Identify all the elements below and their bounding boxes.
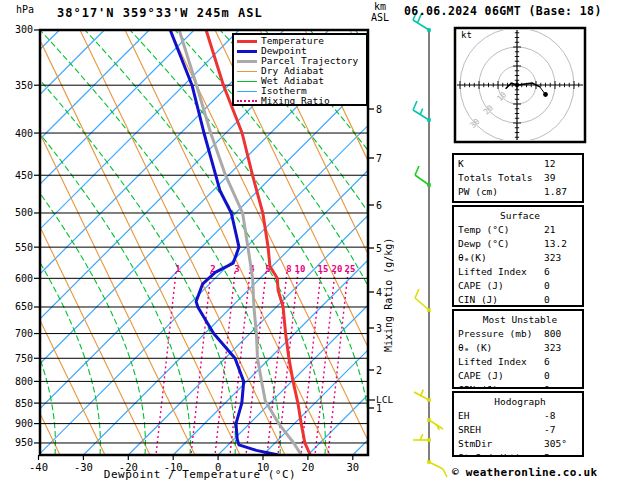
- temperature-tick-label: -40: [29, 461, 48, 473]
- wind-barb: [413, 101, 431, 122]
- panel-row-dewp-c-: Dewp (°C)13.2: [458, 237, 582, 251]
- panel-row-value: 5: [544, 451, 550, 457]
- legend-swatch-icon: [237, 81, 257, 82]
- panel-row-value: 6: [544, 265, 550, 279]
- legend-item-mixing-ratio: Mixing Ratio: [237, 96, 366, 106]
- wind-barb: [427, 460, 447, 477]
- panel-box-most-unstable: Most UnstablePressure (mb)800θₑ (K)323Li…: [452, 309, 584, 389]
- hodograph-end-dot: [543, 92, 548, 97]
- legend-swatch-icon: [237, 40, 257, 43]
- panel-row-value: 305°: [544, 437, 567, 451]
- wind-barb-half-prong: [420, 109, 423, 115]
- legend-item-label: Mixing Ratio: [261, 96, 330, 106]
- legend-swatch-icon: [237, 50, 257, 53]
- panel-row-k: K12: [458, 157, 582, 171]
- legend-swatch-icon: [237, 91, 257, 92]
- wind-barb-full-prong: [413, 101, 417, 110]
- panel-row-label: Temp (°C): [458, 224, 509, 235]
- panel-row-value: 0: [544, 293, 550, 307]
- wind-barb-shaft: [429, 420, 443, 429]
- mixing-ratio-line: [215, 272, 235, 455]
- datetime-title: 06.06.2024 06GMT (Base: 18): [404, 4, 602, 18]
- wind-barb: [414, 390, 431, 402]
- pressure-tick-label: 400: [15, 128, 33, 139]
- panel-box-hodograph: HodographEH-8SREH-7StmDir305°StmSpd (kt)…: [452, 391, 584, 457]
- panel-row-label: CIN (J): [458, 384, 498, 389]
- pressure-tick-label: 450: [15, 170, 33, 181]
- panel-row-label: CAPE (J): [458, 370, 504, 381]
- panel-row-pw-cm-: PW (cm)1.87: [458, 185, 582, 199]
- hodograph-origin-marker: [515, 83, 519, 87]
- altitude-tick-label: 2: [376, 365, 382, 376]
- panel-row-value: 13.2: [544, 237, 567, 251]
- panel-section-title: Most Unstable: [458, 313, 582, 327]
- panel-row--k-: θₑ(K)323: [458, 251, 582, 265]
- pressure-tick-label: 950: [15, 437, 33, 448]
- panel-row-label: SREH: [458, 424, 481, 435]
- mixing-ratio-value-label: 3: [234, 264, 239, 274]
- panel-row-eh: EH-8: [458, 409, 582, 423]
- panel-row-cin-j-: CIN (J)0: [458, 383, 582, 389]
- wind-barb-shaft: [413, 20, 429, 30]
- panel-row-temp-c-: Temp (°C)21: [458, 223, 582, 237]
- panel-row-value: 39: [544, 171, 555, 185]
- panel-row-label: K: [458, 158, 464, 169]
- panel-row-cape-j-: CAPE (J)0: [458, 369, 582, 383]
- wind-barb-half-prong: [421, 390, 424, 396]
- panel-row-value: -8: [544, 409, 555, 423]
- panel-row-value: 0: [544, 369, 550, 383]
- panel-row-stmdir: StmDir305°: [458, 437, 582, 451]
- wind-barb-half-prong: [420, 434, 423, 440]
- panel-row-cin-j-: CIN (J)0: [458, 293, 582, 307]
- mixing-ratio-value-label: 10: [295, 264, 306, 274]
- panel-row-pressure-mb-: Pressure (mb)800: [458, 327, 582, 341]
- skewt-sounding-page: 3003504004505005506006507007508008509009…: [0, 0, 629, 486]
- altitude-tick-label: 6: [376, 200, 382, 211]
- pressure-tick-label: 600: [15, 273, 33, 284]
- legend-swatch-icon: [237, 60, 257, 63]
- wind-barb-full-prong: [415, 289, 419, 298]
- temperature-axis-label: Dewpoint / Temperature (°C): [60, 468, 340, 481]
- panel-row-label: θₑ (K): [458, 342, 492, 353]
- panel-row-label: Lifted Index: [458, 266, 527, 277]
- pressure-axis-unit: hPa: [16, 4, 34, 15]
- wind-barb: [415, 289, 431, 312]
- panel-row-label: CIN (J): [458, 294, 498, 305]
- altitude-tick-label: 5: [376, 243, 382, 254]
- panel-row-value: 0: [544, 383, 550, 389]
- lcl-marker-label: LCL: [376, 394, 393, 405]
- panel-row-totals-totals: Totals Totals39: [458, 171, 582, 185]
- pressure-tick-label: 700: [15, 328, 33, 339]
- legend-swatch-icon: [237, 71, 257, 72]
- panel-box-surface: SurfaceTemp (°C)21Dewp (°C)13.2θₑ(K)323L…: [452, 205, 584, 307]
- panel-row-value: 800: [544, 327, 561, 341]
- wind-barb: [415, 166, 431, 187]
- panel-row-value: 323: [544, 251, 561, 265]
- panel-row-label: CAPE (J): [458, 280, 504, 291]
- panel-row-value: -7: [544, 423, 555, 437]
- panel-row-value: 12: [544, 157, 555, 171]
- wind-barb-shaft: [415, 298, 429, 310]
- dry-adiabat-line: [35, 30, 240, 455]
- mixing-ratio-value-label: 8: [286, 264, 291, 274]
- panel-row-label: Totals Totals: [458, 172, 532, 183]
- pressure-tick-label: 850: [15, 398, 33, 409]
- mixing-ratio-axis-label: Mixing Ratio (g/kg): [383, 222, 394, 352]
- pressure-tick-label: 900: [15, 418, 33, 429]
- panel-row-label: PW (cm): [458, 186, 498, 197]
- panel-row-label: Lifted Index: [458, 356, 527, 367]
- mixing-ratio-line: [246, 272, 266, 455]
- wind-barb-shaft: [415, 175, 429, 185]
- wind-barb-shaft: [429, 462, 443, 469]
- legend-swatch-icon: [237, 100, 257, 102]
- hodograph-unit-label: kt: [461, 30, 472, 40]
- mixing-ratio-value-label: 25: [345, 264, 356, 274]
- copyright-text: © weatheronline.co.uk: [452, 466, 597, 479]
- wind-barb-full-prong: [415, 166, 419, 175]
- altitude-tick-label: 7: [376, 153, 382, 164]
- panel-row-label: EH: [458, 410, 469, 421]
- mixing-ratio-value-label: 15: [318, 264, 329, 274]
- mixing-ratio-line: [156, 272, 176, 455]
- panel-row-value: 323: [544, 341, 561, 355]
- panel-row-value: 1.87: [544, 185, 567, 199]
